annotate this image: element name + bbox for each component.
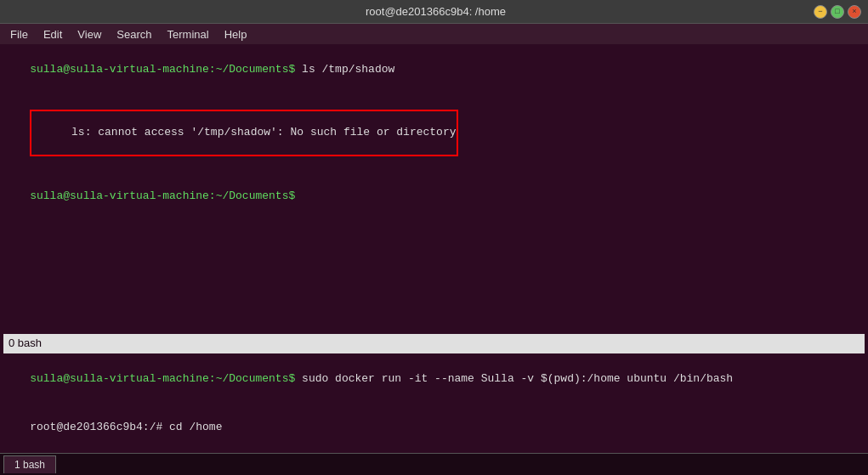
prompt-1: sulla@sulla-virtual-machine:~/Documents$ <box>30 63 295 76</box>
titlebar: root@de201366c9b4: /home − □ × <box>0 0 868 24</box>
terminal-line-3: sulla@sulla-virtual-machine:~/Documents$ <box>3 172 865 221</box>
terminal-line-2: ls: cannot access '/tmp/shadow': No such… <box>3 94 865 172</box>
terminal-line-4: sulla@sulla-virtual-machine:~/Documents$… <box>3 355 865 404</box>
menu-search[interactable]: Search <box>110 26 158 42</box>
blank-1 <box>3 220 865 236</box>
tab-bar: 1 bash <box>0 453 868 475</box>
close-button[interactable]: × <box>848 5 861 19</box>
tab-1-bash[interactable]: 1 bash <box>3 455 56 473</box>
menu-file[interactable]: File <box>3 26 35 42</box>
window-title: root@de201366c9b4: /home <box>58 5 814 18</box>
blank-5 <box>3 285 865 301</box>
blank-4 <box>3 269 865 285</box>
menu-help[interactable]: Help <box>218 26 254 42</box>
menu-view[interactable]: View <box>71 26 108 42</box>
menu-terminal[interactable]: Terminal <box>161 26 216 42</box>
blank-2 <box>3 236 865 252</box>
blank-3 <box>3 252 865 269</box>
blank-6 <box>3 301 865 317</box>
terminal-line-5: root@de201366c9b4:/# cd /home <box>3 404 865 452</box>
blank-7 <box>3 316 865 332</box>
maximize-button[interactable]: □ <box>831 5 844 19</box>
menu-edit[interactable]: Edit <box>37 26 69 42</box>
menubar: File Edit View Search Terminal Help <box>0 24 868 44</box>
terminal-area[interactable]: sulla@sulla-virtual-machine:~/Documents$… <box>0 44 868 453</box>
terminal-line-1: sulla@sulla-virtual-machine:~/Documents$… <box>3 46 865 94</box>
minimize-button[interactable]: − <box>814 5 827 19</box>
error-highlight: ls: cannot access '/tmp/shadow': No such… <box>30 110 457 156</box>
tab-separator-0[interactable]: 0 bash <box>3 334 865 353</box>
window-controls: − □ × <box>814 5 861 19</box>
